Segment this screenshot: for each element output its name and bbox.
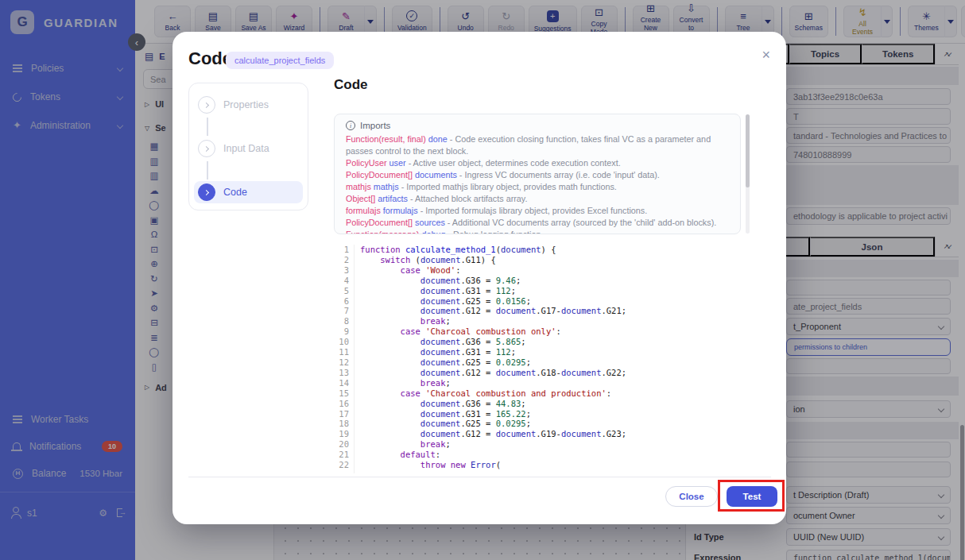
code-line: document.G36 = 44.83; bbox=[360, 399, 626, 409]
step-label: Code bbox=[223, 187, 247, 198]
section-title: Code bbox=[334, 77, 368, 93]
code-line: document.G25 = 0.0295; bbox=[360, 419, 626, 429]
code-line: document.G12 = document.G17-document.G21… bbox=[360, 306, 626, 316]
import-name: done bbox=[426, 134, 450, 144]
step-input-data[interactable]: Input Data bbox=[198, 137, 299, 160]
code-line: case 'Charcoal combustion only': bbox=[360, 326, 626, 337]
code-line: document.G12 = document.G18-document.G22… bbox=[360, 368, 626, 378]
line-number: 21 bbox=[334, 450, 349, 460]
guardian-app: G GUARDIAN Policies Tokens ✦ Administrat… bbox=[0, 0, 965, 560]
import-type: formulajs bbox=[346, 206, 381, 215]
import-name: mathjs bbox=[371, 182, 401, 191]
imports-header: i Imports bbox=[346, 121, 729, 130]
import-item: formulajs formulajs - Imported formulajs… bbox=[346, 205, 729, 217]
line-number: 11 bbox=[334, 347, 349, 357]
code-modal: Code calculate_project_fields × Properti… bbox=[172, 32, 786, 524]
code-line: case 'Charcoal combustion and production… bbox=[360, 388, 626, 399]
import-item: Function(message) debug - Debug logging … bbox=[346, 229, 729, 234]
line-number: 7 bbox=[334, 306, 349, 316]
step-code[interactable]: Code bbox=[194, 181, 303, 203]
line-number: 18 bbox=[334, 419, 349, 429]
import-type: Object[] bbox=[346, 194, 375, 203]
import-item: mathjs mathjs - Imported mathjs library … bbox=[346, 181, 729, 193]
info-icon: i bbox=[346, 121, 355, 130]
chevron-right-icon bbox=[203, 145, 208, 151]
chevron-right-icon bbox=[203, 189, 208, 195]
line-number: 4 bbox=[334, 276, 349, 286]
code-line: break; bbox=[360, 439, 626, 450]
import-description: - Imported formulajs library object, pro… bbox=[420, 206, 648, 215]
code-line: document.G31 = 112; bbox=[360, 286, 626, 296]
line-number: 6 bbox=[334, 296, 349, 307]
code-line: default: bbox=[360, 450, 626, 460]
line-number: 9 bbox=[334, 326, 349, 337]
import-type: PolicyUser bbox=[346, 158, 387, 168]
imports-box: i Imports Function(result, final) done -… bbox=[334, 114, 741, 234]
code-line: document.G36 = 5.865; bbox=[360, 337, 626, 347]
code-line: document.G31 = 165.22; bbox=[360, 409, 626, 419]
step-circle bbox=[198, 183, 215, 201]
code-line: break; bbox=[360, 316, 626, 326]
import-description: - Active user object, determines code ex… bbox=[409, 158, 621, 168]
step-circle bbox=[198, 140, 215, 157]
scrollbar-thumb[interactable] bbox=[746, 114, 750, 187]
close-icon[interactable]: × bbox=[762, 48, 770, 62]
line-number: 19 bbox=[334, 429, 349, 439]
code-line: document.G36 = 9.46; bbox=[360, 276, 626, 286]
test-button[interactable]: Test bbox=[727, 486, 777, 507]
line-number: 1 bbox=[334, 245, 349, 255]
step-circle bbox=[198, 96, 215, 114]
import-name: artifacts bbox=[375, 194, 410, 203]
line-number: 2 bbox=[334, 255, 349, 265]
import-name: documents bbox=[413, 170, 459, 180]
imports-header-label: Imports bbox=[360, 121, 390, 130]
content-scrollbar[interactable] bbox=[746, 114, 750, 234]
import-name: user bbox=[387, 158, 409, 168]
code-text: function calculate_method_1(document) { … bbox=[355, 245, 626, 473]
import-type: PolicyDocument[] bbox=[346, 218, 413, 227]
import-item: PolicyUser user - Active user object, de… bbox=[346, 157, 729, 169]
line-number: 10 bbox=[334, 337, 349, 347]
import-description: - Debug logging function. bbox=[448, 230, 543, 234]
step-connector bbox=[207, 161, 208, 180]
import-item: PolicyDocument[] sources - Additional VC… bbox=[346, 217, 729, 229]
import-item: PolicyDocument[] documents - Ingress VC … bbox=[346, 169, 729, 181]
code-line: break; bbox=[360, 378, 626, 388]
import-description: - Imported mathjs library object, provid… bbox=[401, 182, 617, 191]
code-line: function calculate_method_1(document) { bbox=[360, 245, 626, 255]
import-name: sources bbox=[413, 218, 448, 227]
import-description: - Additional VC documents array (sourced… bbox=[448, 218, 716, 227]
import-type: mathjs bbox=[346, 182, 371, 191]
import-type: Function(result, final) bbox=[346, 134, 426, 144]
line-number: 22 bbox=[334, 460, 349, 470]
modal-stepper: Properties Input Data Code bbox=[188, 83, 308, 210]
code-line: document.G25 = 0.0295; bbox=[360, 357, 626, 368]
block-tag-chip: calculate_project_fields bbox=[226, 52, 334, 69]
footer-divider bbox=[188, 477, 771, 477]
line-number: 3 bbox=[334, 265, 349, 276]
close-button[interactable]: Close bbox=[665, 486, 718, 507]
step-properties[interactable]: Properties bbox=[198, 94, 299, 116]
line-number: 17 bbox=[334, 409, 349, 419]
line-number: 20 bbox=[334, 439, 349, 450]
line-number: 8 bbox=[334, 316, 349, 326]
line-number: 16 bbox=[334, 399, 349, 409]
code-line: document.G12 = document.G19-document.G23… bbox=[360, 429, 626, 439]
line-number: 14 bbox=[334, 378, 349, 388]
code-line: document.G25 = 0.0156; bbox=[360, 296, 626, 307]
line-number: 13 bbox=[334, 368, 349, 378]
code-line: switch (document.G11) { bbox=[360, 255, 626, 265]
imports-list: Function(result, final) done - Code exec… bbox=[346, 133, 729, 234]
import-item: Function(result, final) done - Code exec… bbox=[346, 133, 729, 157]
import-description: - Ingress VC documents array (i.e. code … bbox=[459, 170, 660, 180]
import-description: - Attached block artifacts array. bbox=[410, 194, 527, 203]
code-editor[interactable]: 12345678910111213141516171819202122 func… bbox=[334, 245, 742, 473]
line-number: 15 bbox=[334, 388, 349, 399]
line-number: 5 bbox=[334, 286, 349, 296]
import-name: debug bbox=[419, 230, 448, 234]
code-line: document.G31 = 112; bbox=[360, 347, 626, 357]
step-connector bbox=[207, 118, 208, 136]
code-line: case 'Wood': bbox=[360, 265, 626, 276]
line-number: 12 bbox=[334, 357, 349, 368]
line-number-gutter: 12345678910111213141516171819202122 bbox=[334, 245, 355, 473]
